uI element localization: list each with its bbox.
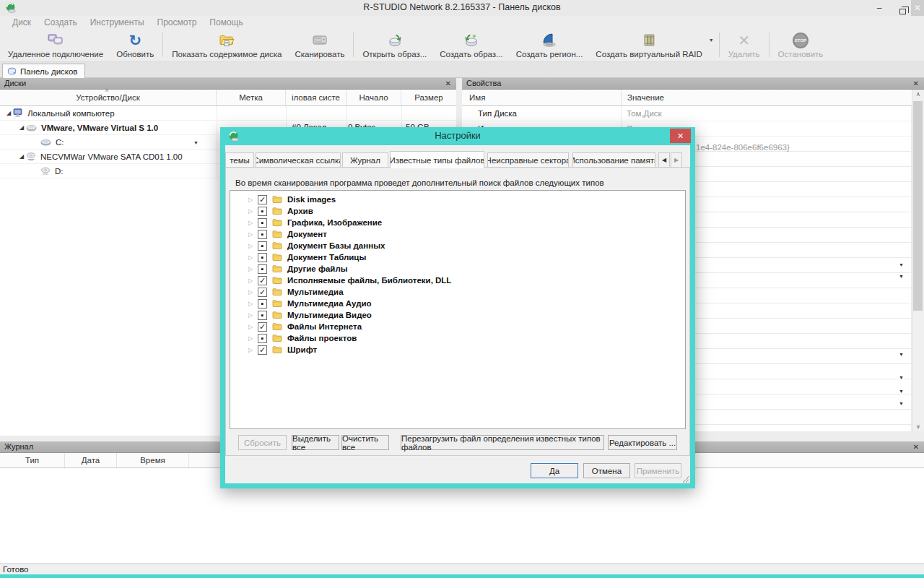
expand-closed-icon[interactable]: ▷	[246, 266, 255, 272]
checkbox[interactable]: ▪	[258, 230, 267, 239]
log-panel-close-icon[interactable]: ✕	[913, 442, 919, 452]
properties-panel-close-icon[interactable]: ✕	[913, 79, 919, 89]
file-type-row[interactable]: ▷ ✓ Исполняемые файлы, Библиотеки, DLL	[230, 275, 685, 286]
tab-system[interactable]: темы	[225, 152, 254, 168]
combo-arrow-icon[interactable]: ▼	[193, 140, 199, 145]
expand-closed-icon[interactable]: ▷	[246, 254, 255, 261]
cancel-button[interactable]: Отмена	[583, 463, 630, 478]
expand-closed-icon[interactable]: ▷	[246, 289, 255, 296]
expand-closed-icon[interactable]: ▷	[246, 208, 255, 215]
checkbox[interactable]: ▪	[258, 241, 267, 251]
reload-file-types-button[interactable]: Перезагрузить файл определения известных…	[401, 435, 604, 450]
stop-button[interactable]: STOP Остановить	[772, 28, 830, 61]
checkbox[interactable]: ▪	[258, 207, 267, 216]
checkbox[interactable]: ▪	[258, 253, 267, 262]
combo-arrow-icon[interactable]: ▼	[899, 262, 904, 267]
select-all-button[interactable]: Выделить все	[292, 435, 339, 450]
checkbox[interactable]: ▪	[258, 218, 267, 228]
dialog-close-button[interactable]: ✕	[670, 129, 691, 143]
expand-closed-icon[interactable]: ▷	[246, 231, 255, 238]
checkbox[interactable]: ✓	[258, 276, 267, 285]
create-virtual-raid-button[interactable]: Создать виртуальный RAID	[589, 28, 708, 61]
file-type-row[interactable]: ▷ ▪ Архив	[230, 205, 685, 217]
file-type-row[interactable]: ▷ ✓ Шрифт	[230, 344, 685, 355]
file-type-row[interactable]: ▷ ✓ Файлы Интернета	[230, 321, 685, 332]
apply-button[interactable]: Применить	[635, 463, 681, 478]
edit-button[interactable]: Редактировать ...	[608, 435, 677, 450]
property-row[interactable]: Тип Диска Том,Диск	[462, 106, 911, 121]
tab-known-file-types[interactable]: Известные типы файлов	[390, 151, 484, 168]
expand-closed-icon[interactable]: ▷	[246, 301, 255, 307]
tab-disks-panel[interactable]: Панель дисков	[2, 64, 85, 78]
scan-button[interactable]: Сканировать	[288, 28, 351, 61]
checkbox[interactable]: ▪	[258, 311, 267, 320]
tab-memory-usage[interactable]: Использование памяти	[572, 152, 655, 168]
expand-closed-icon[interactable]: ▷	[246, 324, 255, 330]
combo-arrow-icon[interactable]: ▼	[899, 352, 904, 357]
menu-view[interactable]: Просмотр	[151, 17, 204, 27]
column-value[interactable]: Значение	[621, 90, 911, 105]
file-type-row[interactable]: ▷ ▪ Файлы проектов	[230, 332, 685, 344]
create-virtual-raid-dropdown-icon[interactable]: ▼	[709, 38, 717, 53]
file-type-row[interactable]: ▷ ▪ Документ	[230, 228, 685, 240]
delete-button[interactable]: ✕ Удалить	[722, 28, 767, 61]
checkbox[interactable]: ✓	[258, 288, 267, 297]
checkbox[interactable]: ▪	[258, 299, 267, 309]
tree-row-local-computer[interactable]: ◢ Локальный компьютер	[0, 106, 456, 121]
checkbox[interactable]: ✓	[258, 195, 267, 204]
resize-grip[interactable]	[682, 475, 689, 483]
combo-arrow-icon[interactable]: ▼	[899, 401, 904, 406]
file-type-row[interactable]: ▷ ▪ Графика, Изображение	[230, 217, 685, 228]
restore-button[interactable]	[894, 0, 911, 16]
menu-tools[interactable]: Инструменты	[84, 17, 151, 27]
clear-all-button[interactable]: Очистить все	[341, 435, 389, 450]
file-type-row[interactable]: ▷ ▪ Мультимедиа Аудио	[230, 298, 685, 309]
file-type-row[interactable]: ▷ ▪ Мультимедиа Видео	[230, 309, 685, 321]
column-start[interactable]: Начало	[346, 90, 401, 105]
checkbox[interactable]: ✓	[258, 345, 267, 355]
close-button[interactable]: ✕	[911, 0, 924, 16]
tab-symbolic-link[interactable]: Символическая ссылка	[256, 152, 341, 168]
ok-button[interactable]: Да	[531, 463, 578, 478]
expand-open-icon[interactable]: ◢	[17, 153, 26, 160]
expand-closed-icon[interactable]: ▷	[246, 220, 255, 226]
scroll-down-icon[interactable]: ∨	[912, 423, 924, 430]
expand-closed-icon[interactable]: ▷	[246, 347, 255, 353]
checkbox[interactable]: ▪	[258, 264, 267, 274]
tab-scroll-left[interactable]: ◀	[658, 152, 670, 168]
create-image-button[interactable]: Создать образ...	[433, 28, 509, 61]
reset-button[interactable]: Сбросить	[238, 435, 287, 450]
tab-bad-sectors[interactable]: Неисправные сектора	[487, 152, 569, 168]
expand-closed-icon[interactable]: ▷	[246, 312, 255, 319]
checkbox[interactable]: ▪	[258, 334, 267, 343]
create-region-button[interactable]: Создать регион...	[510, 28, 590, 61]
menu-disk[interactable]: Диск	[6, 17, 38, 27]
refresh-button[interactable]: ↻ Обновить	[110, 28, 160, 61]
expand-open-icon[interactable]: ◢	[4, 110, 13, 116]
column-size[interactable]: Размер	[401, 90, 456, 105]
column-filesystem[interactable]: іловая систе	[286, 90, 346, 105]
column-time[interactable]: Время	[117, 453, 189, 467]
expand-closed-icon[interactable]: ▷	[246, 197, 255, 203]
column-label[interactable]: Метка	[217, 90, 286, 105]
remote-connection-button[interactable]: Удаленное подключение	[1, 28, 110, 61]
checkbox[interactable]: ✓	[258, 322, 267, 332]
expand-closed-icon[interactable]: ▷	[246, 243, 255, 249]
menu-create[interactable]: Создать	[38, 17, 84, 27]
tab-log[interactable]: Журнал	[342, 152, 388, 168]
show-disk-content-button[interactable]: Показать содержимое диска	[165, 28, 288, 61]
file-type-row[interactable]: ▷ ✓ Disk images	[230, 194, 685, 205]
open-image-button[interactable]: Открыть образ...	[356, 28, 433, 61]
scrollbar-thumb[interactable]	[913, 101, 923, 311]
minimize-button[interactable]: –	[871, 0, 888, 16]
file-type-row[interactable]: ▷ ▪ Документ Таблицы	[230, 251, 685, 263]
menu-help[interactable]: Помощь	[203, 17, 249, 27]
combo-arrow-icon[interactable]: ▼	[899, 389, 904, 394]
combo-arrow-icon[interactable]: ▼	[899, 375, 904, 380]
tab-scroll-right[interactable]: ▶	[671, 152, 682, 168]
file-type-row[interactable]: ▷ ✓ Мультимедиа	[230, 286, 685, 298]
column-name[interactable]: Имя	[462, 90, 621, 105]
combo-arrow-icon[interactable]: ▼	[899, 274, 904, 279]
expand-closed-icon[interactable]: ▷	[246, 335, 255, 342]
properties-scrollbar[interactable]: ∧ ∨	[912, 90, 924, 431]
